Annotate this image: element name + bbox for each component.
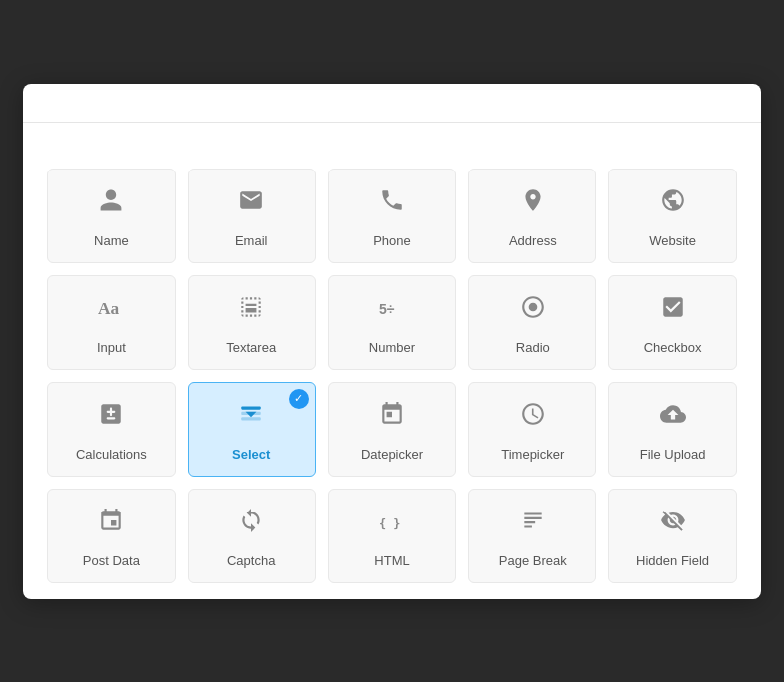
number-icon: 5÷: [379, 294, 405, 332]
calculations-icon: [98, 401, 124, 439]
field-card-website[interactable]: Website: [608, 169, 737, 263]
email-label: Email: [235, 233, 268, 248]
textarea-icon: [238, 294, 264, 332]
svg-point-2: [528, 302, 537, 311]
svg-rect-5: [241, 417, 261, 420]
select-icon: [238, 401, 264, 439]
hiddenfield-icon: [660, 508, 686, 545]
field-card-address[interactable]: Address: [468, 169, 596, 263]
field-card-input[interactable]: AaInput: [47, 275, 176, 370]
html-label: HTML: [374, 553, 409, 568]
html-icon: { }: [379, 508, 405, 545]
svg-text:Aa: Aa: [98, 298, 120, 317]
input-label: Input: [97, 340, 126, 355]
field-card-number[interactable]: 5÷Number: [328, 275, 457, 370]
name-icon: [98, 187, 124, 225]
textarea-label: Textarea: [226, 340, 276, 355]
modal-overlay: NameEmailPhoneAddressWebsiteAaInputTexta…: [0, 0, 784, 682]
svg-text:{ }: { }: [379, 515, 401, 529]
field-card-checkbox[interactable]: Checkbox: [608, 275, 737, 370]
field-card-radio[interactable]: Radio: [468, 275, 596, 370]
phone-label: Phone: [373, 233, 411, 248]
address-label: Address: [509, 233, 557, 248]
email-icon: [238, 187, 264, 225]
selected-badge: ✓: [289, 389, 309, 409]
insert-fields-modal: NameEmailPhoneAddressWebsiteAaInputTexta…: [23, 84, 761, 599]
input-icon: Aa: [98, 294, 124, 332]
fields-grid: NameEmailPhoneAddressWebsiteAaInputTexta…: [47, 169, 737, 583]
calculations-label: Calculations: [76, 447, 147, 462]
number-label: Number: [369, 340, 415, 355]
phone-icon: [379, 187, 405, 225]
modal-header: [23, 84, 761, 123]
field-card-select[interactable]: ✓Select: [188, 382, 316, 477]
fileupload-icon: [660, 401, 686, 439]
field-card-datepicker[interactable]: Datepicker: [328, 382, 457, 477]
field-card-timepicker[interactable]: Timepicker: [468, 382, 596, 477]
name-label: Name: [94, 233, 129, 248]
select-label: Select: [232, 447, 270, 462]
datepicker-label: Datepicker: [361, 447, 423, 462]
postdata-icon: [98, 508, 124, 545]
field-card-captcha[interactable]: Captcha: [188, 489, 316, 583]
captcha-label: Captcha: [227, 553, 275, 568]
field-card-phone[interactable]: Phone: [328, 169, 457, 263]
field-card-email[interactable]: Email: [188, 169, 316, 263]
field-card-html[interactable]: { }HTML: [328, 489, 457, 583]
svg-rect-4: [241, 411, 261, 414]
pagebreak-icon: [520, 508, 546, 545]
field-card-fileupload[interactable]: File Upload: [608, 382, 737, 477]
timepicker-label: Timepicker: [501, 447, 564, 462]
captcha-icon: [238, 508, 264, 545]
field-card-calculations[interactable]: Calculations: [47, 382, 176, 477]
field-card-postdata[interactable]: Post Data: [47, 489, 176, 583]
address-icon: [520, 187, 546, 225]
close-button[interactable]: [725, 102, 737, 106]
svg-rect-3: [241, 406, 261, 409]
checkbox-label: Checkbox: [644, 340, 702, 355]
field-card-hiddenfield[interactable]: Hidden Field: [608, 489, 737, 583]
radio-icon: [520, 294, 546, 332]
postdata-label: Post Data: [83, 553, 140, 568]
field-card-name[interactable]: Name: [47, 169, 176, 263]
svg-text:5÷: 5÷: [379, 300, 395, 316]
website-icon: [660, 187, 686, 225]
field-card-pagebreak[interactable]: Page Break: [468, 489, 596, 583]
modal-body: NameEmailPhoneAddressWebsiteAaInputTexta…: [23, 123, 761, 599]
website-label: Website: [649, 233, 696, 248]
timepicker-icon: [520, 401, 546, 439]
fileupload-label: File Upload: [640, 447, 706, 462]
field-card-textarea[interactable]: Textarea: [188, 275, 316, 370]
datepicker-icon: [379, 401, 405, 439]
hiddenfield-label: Hidden Field: [636, 553, 709, 568]
pagebreak-label: Page Break: [499, 553, 567, 568]
checkbox-icon: [660, 294, 686, 332]
radio-label: Radio: [516, 340, 550, 355]
